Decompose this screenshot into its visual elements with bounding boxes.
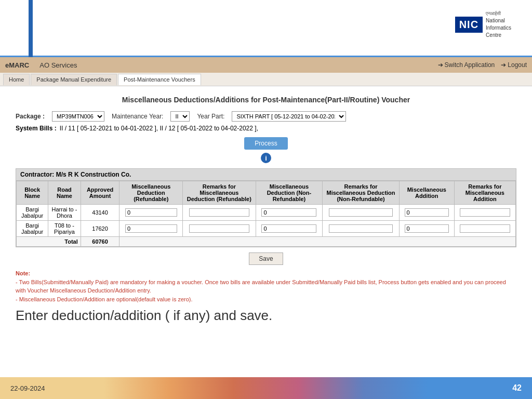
note-line-2: - Miscellaneous Deduction/Addition are o…	[16, 295, 516, 304]
footer-date: 22-09-2024	[0, 377, 104, 399]
contractor-row: Contractor: M/s R K Construction Co.	[16, 169, 516, 181]
save-button[interactable]: Save	[249, 252, 283, 265]
row1-misc-ded-nonref-input[interactable]	[261, 208, 316, 217]
row2-misc-ded-nonref	[256, 221, 323, 237]
row2-misc-ded-nonref-input[interactable]	[261, 224, 316, 233]
note-line-1: - Two Bills(Submitted/Manually Paid) are…	[16, 278, 516, 295]
row2-remarks-ref	[183, 221, 256, 237]
row2-block: Bargi Jabalpur	[17, 221, 48, 237]
th-misc-add: Miscellaneous Addition	[399, 181, 454, 205]
contractor-label: Contractor:	[20, 171, 54, 178]
row1-remarks-ref	[183, 205, 256, 221]
nav-bar: eMARC AO Services ➔ Switch Application ➔…	[0, 57, 532, 73]
system-bills-label: System Bills :	[16, 125, 57, 132]
th-misc-ded-nonref: Miscellaneous Deduction (Non-Refundable)	[256, 181, 323, 205]
row1-misc-ded-ref	[119, 205, 183, 221]
th-block-name: Block Name	[17, 181, 48, 205]
main-table-container: Contractor: M/s R K Construction Co. Blo…	[16, 168, 516, 247]
nic-logo: NIC एनआईसी National Informatics Centre	[455, 10, 511, 39]
process-button[interactable]: Process	[244, 137, 287, 150]
year-part-label: Year Part:	[197, 113, 224, 120]
switch-app-link[interactable]: ➔ Switch Application	[438, 61, 495, 69]
form-row-package: Package : MP39MTN006 Maintenance Year: I…	[16, 111, 516, 122]
maintenance-year-select[interactable]: II	[170, 111, 190, 122]
bottom-instruction: Enter deduction/addition ( if any) and s…	[16, 308, 516, 324]
year-part-select[interactable]: SIXTH PART [ 05-12-2021 to 04-02-2022 ]	[232, 111, 346, 122]
row1-remarks-nonref-input[interactable]	[329, 208, 393, 217]
blue-accent	[29, 0, 33, 57]
note-title: Note:	[16, 269, 516, 278]
row1-road: Harrai to - Dhora	[48, 205, 81, 221]
logout-link[interactable]: ➔ Logout	[501, 61, 527, 69]
info-icon-container: i	[16, 153, 516, 163]
nic-logo-box: NIC	[455, 17, 483, 33]
package-label: Package :	[16, 113, 45, 120]
deductions-table: Block Name Road Name Approved Amount Mis…	[16, 181, 516, 247]
row1-remarks-ref-input[interactable]	[189, 208, 250, 217]
footer-page-number: 42	[428, 377, 532, 399]
row1-amount: 43140	[81, 205, 119, 221]
row1-remarks-add-input[interactable]	[460, 208, 510, 217]
contractor-name: M/s R K Construction Co.	[56, 171, 131, 178]
note-section: Note: - Two Bills(Submitted/Manually Pai…	[16, 269, 516, 303]
th-approved-amount: Approved Amount	[81, 181, 119, 205]
row1-misc-add	[399, 205, 454, 221]
main-content: Miscellaneous Deductions/Additions for P…	[0, 86, 532, 329]
table-row: Bargi Jabalpur Harrai to - Dhora 43140	[17, 205, 516, 221]
row2-remarks-nonref	[323, 221, 399, 237]
breadcrumb-home[interactable]: Home	[3, 74, 30, 85]
nic-logo-text: एनआईसी National Informatics Centre	[486, 10, 511, 39]
row2-misc-ded-ref-input[interactable]	[125, 224, 177, 233]
ao-services-label: AO Services	[39, 61, 77, 69]
package-select[interactable]: MP39MTN006	[52, 111, 104, 122]
row1-misc-ded-nonref	[256, 205, 323, 221]
row1-misc-add-input[interactable]	[405, 208, 449, 217]
top-bar: NIC एनआईसी National Informatics Centre	[0, 0, 532, 57]
total-amount: 60760	[81, 237, 119, 247]
row2-misc-add	[399, 221, 454, 237]
page-title: Miscellaneous Deductions/Additions for P…	[16, 96, 516, 104]
row2-remarks-add-input[interactable]	[460, 224, 510, 233]
th-remarks-ref: Remarks for Miscellaneous Deduction (Ref…	[183, 181, 256, 205]
row2-remarks-ref-input[interactable]	[189, 224, 250, 233]
footer: 22-09-2024 42	[0, 377, 532, 399]
system-bills-row: System Bills : II / 11 [ 05-12-2021 to 0…	[16, 125, 516, 132]
info-icon: i	[261, 153, 271, 163]
row2-remarks-add	[454, 221, 515, 237]
row1-remarks-nonref	[323, 205, 399, 221]
system-bills-value: II / 11 [ 05-12-2021 to 04-01-2022 ], II…	[60, 125, 258, 132]
row2-misc-add-input[interactable]	[405, 224, 449, 233]
row1-remarks-add	[454, 205, 515, 221]
th-misc-ded-ref: Miscellaneous Deduction (Refundable)	[119, 181, 183, 205]
row1-misc-ded-ref-input[interactable]	[125, 208, 177, 217]
footer-gradient	[104, 377, 428, 399]
breadcrumb-post-maintenance[interactable]: Post-Maintenance Vouchers	[118, 74, 201, 85]
total-label: Total	[17, 237, 81, 247]
row2-road: T08 to - Pipariya	[48, 221, 81, 237]
brand-label: eMARC	[5, 61, 29, 69]
breadcrumb-package-manual[interactable]: Package Manual Expenditure	[31, 74, 117, 85]
breadcrumb-bar: Home Package Manual Expenditure Post-Mai…	[0, 73, 532, 86]
th-road-name: Road Name	[48, 181, 81, 205]
maintenance-year-label: Maintenance Year:	[112, 113, 163, 120]
th-remarks-nonref: Remarks for Miscellaneous Deduction (Non…	[323, 181, 399, 205]
row2-amount: 17620	[81, 221, 119, 237]
total-row: Total 60760	[17, 237, 516, 247]
table-row: Bargi Jabalpur T08 to - Pipariya 17620	[17, 221, 516, 237]
row2-misc-ded-ref	[119, 221, 183, 237]
row2-remarks-nonref-input[interactable]	[329, 224, 393, 233]
th-remarks-add: Remarks for Miscellaneous Addition	[454, 181, 515, 205]
row1-block: Bargi Jabalpur	[17, 205, 48, 221]
